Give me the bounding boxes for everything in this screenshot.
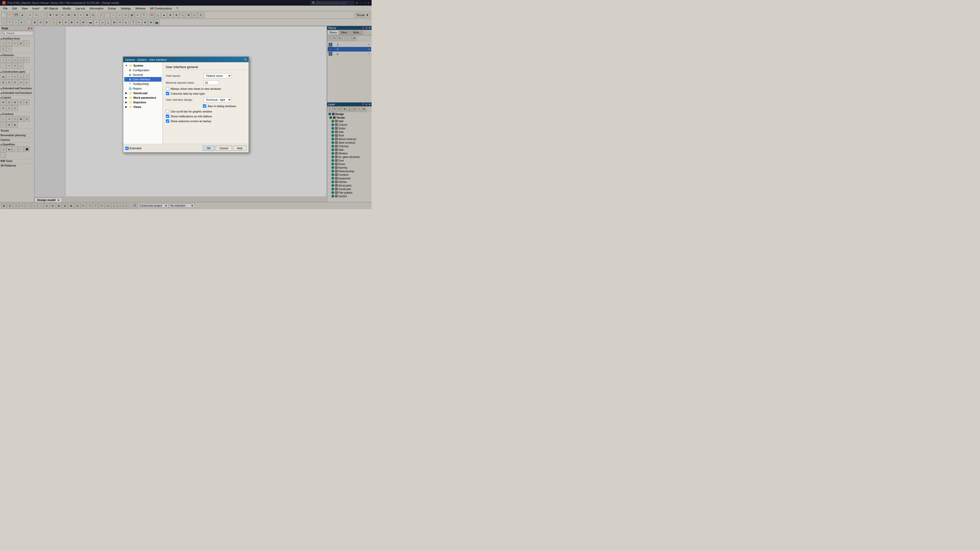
tree-item-general[interactable]: ⚙ General	[124, 73, 162, 77]
dialog-footer: Extended OK Cancel Help	[123, 144, 248, 152]
dialog-section-title: User interface general	[166, 65, 245, 70]
help-button[interactable]: Help	[233, 146, 247, 151]
ui-design-select[interactable]: Technical - light	[204, 97, 232, 102]
tree-label-workparams: Work parameters	[134, 96, 156, 99]
cb-label-colourise-tabs: Colourise tabs by view type	[171, 92, 205, 95]
tree-expand-workparams[interactable]: ▶	[125, 97, 128, 99]
tree-label-saveload: Save/Load	[134, 92, 148, 95]
tree-label-views: Views	[134, 105, 142, 108]
tree-expand-views[interactable]: ▶	[125, 106, 128, 108]
checkbox-welcome-screen[interactable]: Show welcome screen at startup	[166, 119, 245, 123]
tree-label-config: Configuration	[133, 68, 150, 72]
cancel-button[interactable]: Cancel	[216, 146, 232, 151]
tree-label-region: Region	[133, 87, 142, 90]
cb-label-scroll-bar: Use scroll bar for graphic window	[171, 110, 212, 113]
tree-icon-system: 📁	[129, 64, 132, 67]
tree-item-workparams[interactable]: ▶ 📁 Work parameters	[124, 95, 162, 100]
tree-label-ui: User interface	[133, 78, 150, 81]
tree-icon-region: 🌐	[128, 87, 132, 90]
tree-expand-system[interactable]: ▼	[125, 64, 128, 67]
tree-expand-saveload[interactable]: ▶	[125, 92, 128, 94]
tree-icon-tooltips: ?	[128, 82, 132, 86]
tree-item-region[interactable]: 🌐 Region	[124, 86, 162, 91]
tree-label-system: System	[134, 64, 143, 67]
tree-icon-depiction: 📁	[129, 100, 132, 104]
tree-item-system[interactable]: ▼ 📁 System	[124, 63, 162, 68]
tree-item-saveload[interactable]: ▶ 📁 Save/Load	[124, 91, 162, 95]
dialog-overlay: Options - System - User interface ✕ ▼ 📁 …	[0, 0, 372, 209]
tree-label-depiction: Depiction	[134, 101, 146, 104]
dialog-title-text: Options - System - User interface	[125, 58, 167, 61]
cb-label-always-new-views: Always show new views in new windows	[171, 87, 221, 90]
view-layout-row: View layout Tabbed views	[166, 73, 245, 78]
dialog-content: User interface general View layout Tabbe…	[163, 62, 248, 144]
tree-label-tooltips: Tooltips/Help	[133, 83, 149, 86]
dialog-close-icon[interactable]: ✕	[244, 58, 247, 61]
dialog-body: ▼ 📁 System ⚙ Configuration ⚙ General 🖥 U…	[123, 62, 248, 144]
tree-item-depiction[interactable]: ▶ 📁 Depiction	[124, 100, 162, 105]
checkbox-notifications[interactable]: Show notifications as info balloon	[166, 114, 245, 118]
max-views-row: Maximal opened views	[166, 80, 245, 85]
tree-icon-config: ⚙	[128, 68, 132, 72]
checkbox-always-new-views[interactable]: Always show new views in new windows	[166, 87, 245, 90]
cb-always-new-views[interactable]	[166, 87, 169, 90]
tree-icon-workparams: 📁	[129, 96, 132, 100]
dialog-tree: ▼ 📁 System ⚙ Configuration ⚙ General 🖥 U…	[123, 62, 163, 144]
checkbox-also-dialog[interactable]: Also in dialog windows	[166, 104, 245, 108]
cb-notifications[interactable]	[166, 114, 169, 118]
ui-design-row: User interface design Technical - light	[166, 97, 245, 102]
options-dialog: Options - System - User interface ✕ ▼ 📁 …	[123, 56, 249, 153]
dialog-title-bar: Options - System - User interface ✕	[123, 57, 248, 62]
tree-item-tooltips[interactable]: ? Tooltips/Help	[124, 82, 162, 86]
tree-icon-ui: 🖥	[128, 78, 132, 81]
ok-button[interactable]: OK	[203, 146, 215, 151]
tree-expand-depiction[interactable]: ▶	[125, 101, 128, 103]
cb-label-notifications: Show notifications as info balloon	[171, 115, 212, 118]
cb-label-also-dialog: Also in dialog windows	[208, 105, 236, 108]
tree-icon-general: ⚙	[128, 73, 132, 76]
checkbox-colourise-tabs[interactable]: Colourise tabs by view type	[166, 92, 245, 95]
cb-extended[interactable]	[125, 147, 129, 150]
view-layout-select[interactable]: Tabbed views	[204, 73, 232, 78]
tree-label-general: General	[133, 73, 143, 76]
tree-item-configuration[interactable]: ⚙ Configuration	[124, 68, 162, 73]
view-layout-label: View layout	[166, 74, 202, 77]
cb-scroll-bar[interactable]	[166, 110, 169, 113]
cb-also-dialog[interactable]	[203, 104, 206, 108]
tree-icon-saveload: 📁	[129, 91, 132, 95]
cb-label-extended: Extended	[130, 147, 142, 150]
cb-colourise-tabs[interactable]	[166, 92, 169, 95]
max-views-input[interactable]	[204, 80, 219, 85]
extended-checkbox-row[interactable]: Extended	[125, 147, 142, 150]
tree-item-user-interface[interactable]: 🖥 User interface	[124, 77, 162, 82]
checkbox-scroll-bar[interactable]: Use scroll bar for graphic window	[166, 110, 245, 113]
cb-welcome-screen[interactable]	[166, 119, 169, 123]
tree-item-views[interactable]: ▶ 📁 Views	[124, 105, 162, 109]
tree-icon-views: 📁	[129, 105, 132, 109]
ui-design-label: User interface design	[166, 98, 202, 101]
cb-label-welcome-screen: Show welcome screen at startup	[171, 120, 211, 123]
max-views-label: Maximal opened views	[166, 81, 202, 84]
